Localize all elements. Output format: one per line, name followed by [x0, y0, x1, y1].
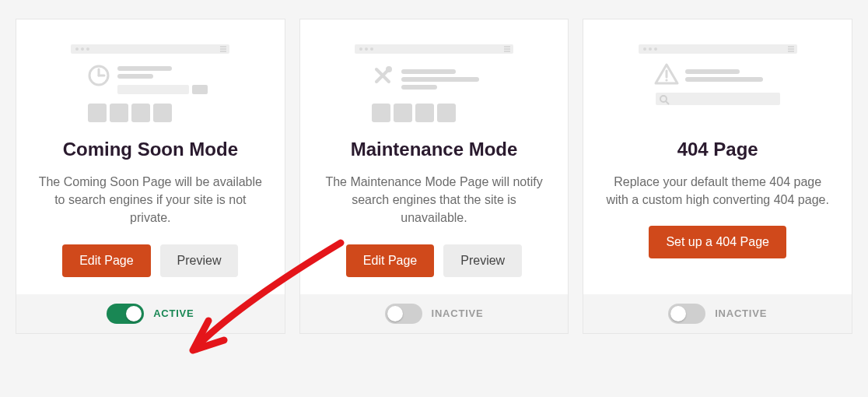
svg-rect-5	[220, 48, 226, 50]
svg-point-20	[365, 47, 368, 51]
svg-point-3	[86, 47, 89, 51]
svg-rect-23	[504, 48, 510, 50]
svg-point-2	[81, 47, 84, 51]
svg-rect-39	[788, 46, 794, 47]
active-toggle[interactable]	[385, 304, 422, 324]
svg-rect-6	[220, 51, 226, 52]
svg-rect-34	[437, 104, 456, 122]
status-label: INACTIVE	[715, 307, 767, 319]
status-label: ACTIVE	[153, 307, 194, 319]
card-footer: ACTIVE	[16, 294, 285, 333]
svg-point-19	[359, 47, 362, 51]
svg-point-36	[643, 47, 646, 51]
coming-soon-card: Coming Soon Mode The Coming Soon Page wi…	[16, 19, 285, 334]
svg-rect-32	[394, 104, 412, 122]
svg-rect-22	[504, 46, 510, 47]
svg-rect-4	[220, 46, 226, 47]
404-card: 404 Page Replace your default theme 404 …	[583, 19, 852, 334]
button-row: Set up a 404 Page	[649, 226, 786, 258]
card-title: Coming Soon Mode	[63, 139, 238, 160]
card-description: The Maintenance Mode Page will notify se…	[320, 173, 548, 227]
card-body: 404 Page Replace your default theme 404 …	[583, 19, 852, 294]
svg-point-38	[654, 47, 657, 51]
card-description: Replace your default theme 404 page with…	[604, 173, 831, 209]
svg-rect-15	[110, 104, 128, 122]
active-toggle[interactable]	[107, 304, 144, 324]
card-title: 404 Page	[677, 139, 758, 160]
svg-rect-17	[153, 104, 172, 122]
preview-button[interactable]: Preview	[443, 244, 522, 277]
svg-rect-31	[372, 104, 390, 122]
card-body: Coming Soon Mode The Coming Soon Page wi…	[16, 19, 285, 294]
setup-404-button[interactable]: Set up a 404 Page	[649, 226, 786, 258]
svg-rect-28	[401, 69, 456, 74]
svg-rect-35	[639, 44, 797, 54]
svg-rect-12	[117, 85, 189, 94]
active-toggle[interactable]	[668, 304, 705, 324]
card-footer: INACTIVE	[300, 294, 569, 333]
card-title: Maintenance Mode	[351, 139, 518, 160]
edit-page-button[interactable]: Edit Page	[346, 244, 434, 277]
preview-button[interactable]: Preview	[160, 244, 239, 277]
svg-point-1	[75, 47, 79, 51]
svg-rect-29	[401, 77, 479, 82]
button-row: Edit Page Preview	[62, 244, 238, 277]
card-body: Maintenance Mode The Maintenance Mode Pa…	[300, 19, 569, 294]
svg-rect-44	[685, 69, 740, 74]
svg-rect-11	[117, 74, 153, 79]
svg-rect-46	[656, 93, 780, 105]
status-label: INACTIVE	[432, 307, 484, 319]
mode-cards-row: Coming Soon Mode The Coming Soon Page wi…	[16, 19, 852, 334]
svg-rect-0	[71, 44, 229, 54]
svg-rect-13	[192, 85, 208, 94]
svg-rect-16	[131, 104, 150, 122]
svg-rect-40	[788, 48, 794, 50]
svg-rect-30	[401, 85, 437, 90]
svg-point-21	[370, 47, 373, 51]
edit-page-button[interactable]: Edit Page	[62, 244, 150, 277]
svg-rect-10	[117, 66, 172, 71]
card-description: The Coming Soon Page will be available t…	[37, 173, 264, 227]
svg-rect-41	[788, 51, 794, 52]
svg-rect-33	[415, 104, 434, 122]
svg-rect-45	[685, 77, 763, 82]
svg-rect-14	[88, 104, 107, 122]
404-illustration	[632, 41, 803, 131]
maintenance-card: Maintenance Mode The Maintenance Mode Pa…	[299, 19, 569, 334]
svg-point-27	[386, 66, 392, 72]
svg-rect-18	[355, 44, 513, 54]
coming-soon-illustration	[65, 41, 236, 131]
svg-point-43	[665, 79, 667, 81]
button-row: Edit Page Preview	[346, 244, 522, 277]
svg-rect-24	[504, 51, 510, 52]
card-footer: INACTIVE	[583, 294, 852, 333]
maintenance-illustration	[348, 41, 520, 131]
svg-point-37	[649, 47, 652, 51]
